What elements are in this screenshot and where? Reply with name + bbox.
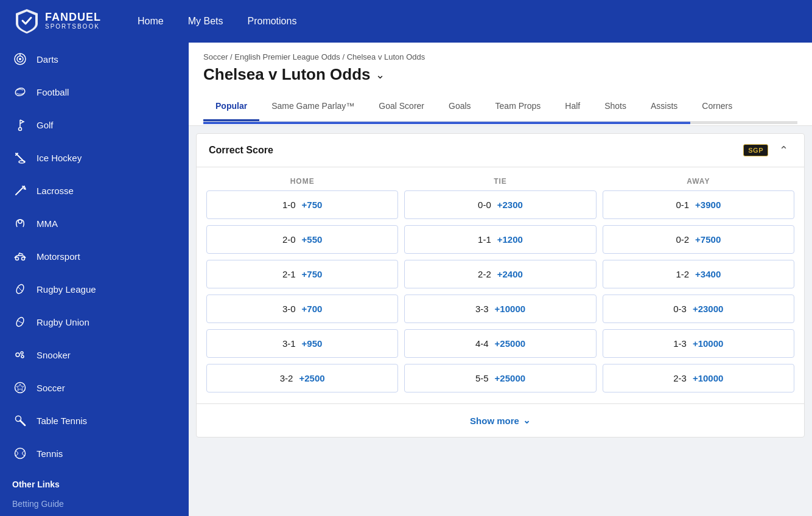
svg-point-21	[21, 355, 24, 358]
sidebar-item-rugby-union[interactable]: Rugby Union	[0, 305, 189, 338]
tab-corners[interactable]: Corners	[690, 92, 744, 121]
sidebar-item-rugby-league-label: Rugby League	[37, 284, 96, 295]
svg-point-13	[16, 257, 19, 260]
tabs-container: Popular Same Game Parlay™ Goal Scorer Go…	[203, 92, 797, 122]
sidebar-item-lacrosse[interactable]: Lacrosse	[0, 174, 189, 207]
tabs-scroll-indicator	[203, 122, 797, 124]
score-cell-1-2[interactable]: 1-2 +3400	[603, 260, 794, 288]
breadcrumb: Soccer / English Premier League Odds / C…	[203, 52, 797, 61]
sidebar-item-table-tennis-label: Table Tennis	[37, 416, 87, 426]
score-cell-2-3[interactable]: 2-3 +10000	[603, 364, 794, 392]
rugby-union-icon	[12, 314, 28, 330]
svg-line-10	[16, 186, 24, 195]
score-cell-4-4[interactable]: 4-4 +25000	[404, 329, 596, 358]
golf-icon	[12, 117, 28, 133]
rugby-league-icon	[12, 281, 28, 297]
logo-shield-icon	[15, 8, 39, 35]
score-row-2: 2-1 +750 2-2 +2400 1-2 +3400	[206, 260, 794, 288]
score-cell-1-3[interactable]: 1-3 +10000	[603, 329, 794, 358]
score-cell-0-0[interactable]: 0-0 +2300	[404, 190, 596, 219]
score-grid: HOME TIE AWAY 1-0 +750 0-0 +2300 0-1	[197, 167, 804, 403]
score-row-5: 3-2 +2500 5-5 +25000 2-3 +10000	[206, 364, 794, 392]
sidebar-item-snooker-label: Snooker	[37, 350, 71, 360]
score-cell-2-2[interactable]: 2-2 +2400	[404, 260, 596, 288]
score-cell-2-0[interactable]: 2-0 +550	[206, 225, 398, 254]
sidebar-item-golf[interactable]: Golf	[0, 108, 189, 141]
section-title: Correct Score	[209, 145, 273, 156]
section-header-right: SGP ⌃	[743, 142, 792, 158]
score-cell-0-1[interactable]: 0-1 +3900	[603, 190, 794, 219]
tab-shots[interactable]: Shots	[592, 92, 639, 121]
soccer-icon	[12, 380, 28, 396]
tabs-scroll-fill	[203, 122, 690, 124]
score-cell-3-2[interactable]: 3-2 +2500	[206, 364, 398, 392]
tab-popular[interactable]: Popular	[203, 92, 259, 121]
tab-assists[interactable]: Assists	[639, 92, 690, 121]
nav-my-bets[interactable]: My Bets	[188, 16, 223, 27]
svg-marker-23	[16, 384, 24, 391]
svg-point-20	[21, 352, 23, 354]
score-column-headers: HOME TIE AWAY	[206, 172, 794, 190]
chevron-down-icon: ⌄	[523, 415, 531, 426]
sidebar-item-mma[interactable]: MMA	[0, 207, 189, 240]
title-dropdown-icon[interactable]: ⌄	[376, 68, 385, 82]
score-cell-0-3[interactable]: 0-3 +23000	[603, 295, 794, 323]
sidebar-item-tennis[interactable]: Tennis	[0, 437, 189, 470]
sidebar-item-table-tennis[interactable]: Table Tennis	[0, 404, 189, 437]
lacrosse-icon	[12, 183, 28, 198]
tab-goal-scorer[interactable]: Goal Scorer	[366, 92, 436, 121]
breadcrumb-league[interactable]: English Premier League Odds	[234, 52, 340, 61]
other-links-header: Other Links	[0, 470, 189, 494]
tab-half[interactable]: Half	[553, 92, 592, 121]
tab-team-props[interactable]: Team Props	[483, 92, 553, 121]
sidebar-item-soccer[interactable]: Soccer	[0, 371, 189, 404]
col-header-home: HOME	[206, 177, 398, 186]
darts-icon	[12, 51, 28, 67]
sidebar-item-football[interactable]: Football	[0, 75, 189, 108]
sidebar-item-darts[interactable]: Darts	[0, 43, 189, 75]
score-cell-0-2[interactable]: 0-2 +7500	[603, 225, 794, 254]
tab-sgp[interactable]: Same Game Parlay™	[259, 92, 366, 121]
svg-point-5	[19, 128, 22, 131]
main-nav: Home My Bets Promotions	[138, 16, 296, 27]
svg-line-18	[18, 321, 23, 323]
other-link-betting-guide[interactable]: Betting Guide	[0, 494, 189, 514]
sidebar-item-motorsport[interactable]: Motorsport	[0, 240, 189, 273]
sidebar-item-rugby-union-label: Rugby Union	[37, 317, 89, 327]
svg-line-16	[18, 287, 23, 291]
svg-point-12	[18, 220, 22, 223]
score-row-0: 1-0 +750 0-0 +2300 0-1 +3900	[206, 190, 794, 219]
other-link-nfl-team-odds[interactable]: NFL Team Odds	[0, 514, 189, 516]
sidebar-item-football-label: Football	[37, 87, 69, 97]
sidebar-item-rugby-league[interactable]: Rugby League	[0, 273, 189, 305]
score-cell-1-1[interactable]: 1-1 +1200	[404, 225, 596, 254]
svg-point-26	[15, 448, 26, 459]
score-cell-3-3[interactable]: 3-3 +10000	[404, 295, 596, 323]
svg-line-25	[20, 420, 25, 425]
tennis-icon	[12, 445, 28, 461]
score-cell-3-1[interactable]: 3-1 +950	[206, 329, 398, 358]
logo[interactable]: FANDUEL SPORTSBOOK	[15, 8, 101, 35]
score-cell-3-0[interactable]: 3-0 +700	[206, 295, 398, 323]
col-header-tie: TIE	[404, 177, 596, 186]
sidebar-item-soccer-label: Soccer	[37, 383, 65, 393]
snooker-icon	[12, 347, 28, 363]
collapse-button[interactable]: ⌃	[775, 142, 792, 158]
score-cell-2-1[interactable]: 2-1 +750	[206, 260, 398, 288]
score-row-3: 3-0 +700 3-3 +10000 0-3 +23000	[206, 295, 794, 323]
tab-goals[interactable]: Goals	[436, 92, 483, 121]
sidebar-item-lacrosse-label: Lacrosse	[37, 186, 74, 196]
nav-home[interactable]: Home	[138, 16, 164, 27]
sidebar-item-snooker[interactable]: Snooker	[0, 338, 189, 371]
svg-point-2	[19, 58, 21, 60]
breadcrumb-soccer[interactable]: Soccer	[203, 52, 228, 61]
score-cell-5-5[interactable]: 5-5 +25000	[404, 364, 596, 392]
breadcrumb-match: Chelsea v Luton Odds	[347, 52, 425, 61]
header: FANDUEL SPORTSBOOK Home My Bets Promotio…	[0, 0, 812, 43]
sgp-badge: SGP	[743, 144, 768, 156]
sidebar: Darts Football Golf Ice Hockey Lacrosse	[0, 43, 189, 516]
score-cell-1-0[interactable]: 1-0 +750	[206, 190, 398, 219]
show-more-button[interactable]: Show more ⌄	[197, 403, 804, 437]
sidebar-item-ice-hockey[interactable]: Ice Hockey	[0, 141, 189, 174]
nav-promotions[interactable]: Promotions	[247, 16, 296, 27]
